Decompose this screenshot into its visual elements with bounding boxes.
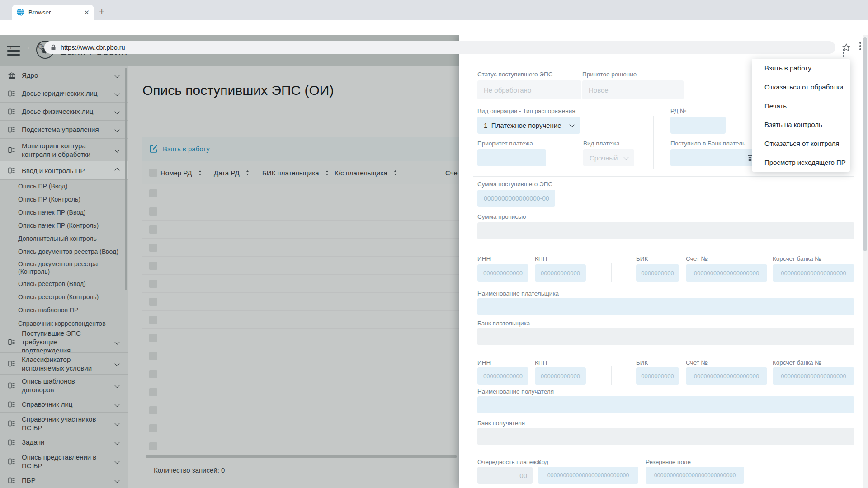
row-checkbox[interactable]: [149, 316, 157, 324]
sort-icon[interactable]: [198, 170, 202, 176]
menu-item-take-to-control[interactable]: Взять на контроль: [752, 115, 850, 134]
menu-item-print[interactable]: Печать: [752, 96, 850, 115]
submenu-opis-reestrov-vvod[interactable]: Опись реестров (Ввод): [0, 277, 128, 291]
column-header-payer-bik[interactable]: БИК плательщика: [262, 161, 329, 184]
row-checkbox[interactable]: [149, 388, 157, 396]
row-checkbox[interactable]: [149, 244, 157, 252]
sidebar-item-legal-dossier[interactable]: Досье юридических лиц: [0, 84, 128, 102]
menu-item-take-to-work[interactable]: Взять в работу: [752, 59, 850, 78]
sidebar-item-individual-dossier[interactable]: Досье физических лиц: [0, 102, 128, 120]
row-checkbox[interactable]: [149, 370, 157, 378]
payee-name-input[interactable]: [477, 396, 854, 413]
row-checkbox[interactable]: [149, 442, 157, 450]
reserve-field-input[interactable]: [646, 467, 744, 484]
url-row: ← → ⟳ https://www.cbr.pbo.ru: [0, 20, 868, 35]
take-to-work-button[interactable]: Взять в работу: [149, 144, 210, 153]
row-checkbox[interactable]: [149, 280, 157, 288]
submenu-opis-pr-vvod[interactable]: Опись ПР (Ввод): [0, 180, 128, 193]
payer-account-input[interactable]: [686, 264, 767, 282]
row-checkbox[interactable]: [149, 207, 157, 216]
sidebar-item-core[interactable]: Ядро: [0, 66, 128, 84]
row-checkbox[interactable]: [149, 225, 157, 234]
submenu-opis-pachek-vvod[interactable]: Опись пачек ПР (Ввод): [0, 206, 128, 219]
submenu-opis-reestrov-kontrol[interactable]: Опись реестров (Контроль): [0, 291, 128, 304]
sort-icon[interactable]: [393, 170, 397, 176]
address-bar[interactable]: https://www.cbr.pbo.ru: [44, 41, 835, 54]
column-header-payer-corr[interactable]: К/с плательщика: [335, 161, 397, 184]
actions-context-menu: Взять в работу Отказаться от обработки П…: [752, 59, 850, 172]
received-date-field[interactable]: [670, 149, 761, 166]
divider: [611, 263, 612, 282]
column-header-rd-number[interactable]: Номер РД: [160, 161, 202, 184]
menu-item-view-outgoing-pr[interactable]: Просмотр исходящего ПР: [752, 153, 850, 172]
row-checkbox[interactable]: [149, 352, 157, 360]
operation-type-select[interactable]: 1 Платежное поручение: [477, 117, 580, 134]
sidebar-item-management-subsystem[interactable]: Подсистема управления: [0, 120, 128, 138]
row-checkbox[interactable]: [149, 334, 157, 342]
panel-scrollbar-thumb[interactable]: [863, 37, 867, 251]
select-all-checkbox[interactable]: [149, 169, 157, 177]
chevron-down-icon: [114, 109, 119, 114]
sort-icon[interactable]: [325, 170, 329, 176]
payee-kpp-input[interactable]: [535, 367, 586, 385]
payee-account-input[interactable]: [686, 367, 767, 385]
column-header-account[interactable]: Сче: [445, 161, 458, 184]
new-tab-button[interactable]: +: [99, 6, 104, 17]
sort-icon[interactable]: [245, 170, 250, 176]
menu-item-refuse-control[interactable]: Отказаться от контроля: [752, 134, 850, 153]
row-checkbox[interactable]: [149, 424, 157, 432]
row-checkbox[interactable]: [149, 189, 157, 197]
sidebar-item-tasks[interactable]: Задачи: [0, 434, 128, 450]
list-card-icon: [8, 381, 16, 389]
sidebar-item-classifier[interactable]: Классификатор исполняемых условий: [0, 352, 128, 374]
priority-input[interactable]: [477, 149, 546, 166]
chevron-down-icon: [623, 155, 628, 160]
payer-corr-input[interactable]: [773, 264, 854, 282]
reload-icon[interactable]: ⟳: [38, 42, 44, 52]
payer-bik-input[interactable]: [636, 264, 679, 282]
browser-menu-icon[interactable]: [859, 42, 861, 50]
submenu-opis-dok-reestra-kontrol[interactable]: Опись документов реестра (Контроль): [0, 258, 128, 277]
submenu-opis-pr-kontrol[interactable]: Опись ПР (Контроль): [0, 193, 128, 206]
sidebar-item-incoming-eps[interactable]: Поступившие ЭПС требующие подтверждения: [0, 331, 128, 352]
amount-input[interactable]: [477, 190, 555, 207]
payee-bik-input[interactable]: [636, 367, 679, 385]
sidebar-item-input-control-pr[interactable]: Ввод и контроль ПР: [0, 161, 128, 180]
payee-inn-input[interactable]: [477, 367, 528, 385]
column-header-rd-date[interactable]: Дата РД: [214, 161, 250, 184]
list-card-icon: [8, 419, 16, 427]
sidebar-scrollbar[interactable]: [125, 68, 127, 290]
sidebar-item-persons-directory[interactable]: Справочник лиц: [0, 396, 128, 412]
menu-item-refuse-processing[interactable]: Отказаться от обработки: [752, 78, 850, 97]
sidebar-item-label: Классификатор исполняемых условий: [22, 355, 99, 372]
amount-label: Сумма поступившего ЭПС: [477, 181, 552, 188]
submenu-dop-kontrol[interactable]: Дополнительный контроль: [0, 232, 128, 245]
payer-inn-input[interactable]: [477, 264, 528, 282]
browser-chrome: Browser ✕ + ← → ⟳ https://www.cbr.pbo.ru: [0, 0, 868, 35]
sidebar-item-contract-templates[interactable]: Опись шаблонов договоров: [0, 374, 128, 396]
browser-tab[interactable]: Browser ✕: [12, 5, 94, 20]
rd-number-input[interactable]: [670, 117, 726, 134]
list-card-icon: [8, 457, 16, 465]
submenu-opis-pachek-kontrol[interactable]: Опись пачек ПР (Контроль): [0, 219, 128, 232]
payee-corr-input[interactable]: [773, 367, 854, 385]
sidebar-item-participants-directory[interactable]: Справочник участников ПС БР: [0, 412, 128, 434]
chevron-down-icon: [114, 440, 119, 445]
payer-kpp-input[interactable]: [535, 264, 586, 282]
code-input[interactable]: [538, 467, 638, 484]
horizontal-scrollbar[interactable]: [146, 455, 457, 458]
payer-name-input[interactable]: [477, 298, 854, 315]
list-card-icon: [8, 476, 16, 484]
bookmark-star-icon[interactable]: [842, 43, 851, 54]
row-checkbox[interactable]: [149, 406, 157, 414]
row-checkbox[interactable]: [149, 298, 157, 306]
sidebar-item-monitoring[interactable]: Мониторинг контура контроля и обработки: [0, 138, 128, 161]
sidebar-item-pbr[interactable]: ПБР: [0, 472, 128, 488]
forward-icon[interactable]: →: [23, 42, 31, 52]
submenu-opis-dok-reestra-vvod[interactable]: Опись документов реестра (Ввод): [0, 245, 128, 258]
back-icon[interactable]: ←: [8, 42, 17, 52]
sidebar-item-submissions[interactable]: Опись представлений в ПС БР: [0, 450, 128, 472]
row-checkbox[interactable]: [149, 262, 157, 270]
tab-close-icon[interactable]: ✕: [84, 9, 90, 16]
submenu-opis-shablonov-pr[interactable]: Опись шаблонов ПР: [0, 304, 128, 317]
